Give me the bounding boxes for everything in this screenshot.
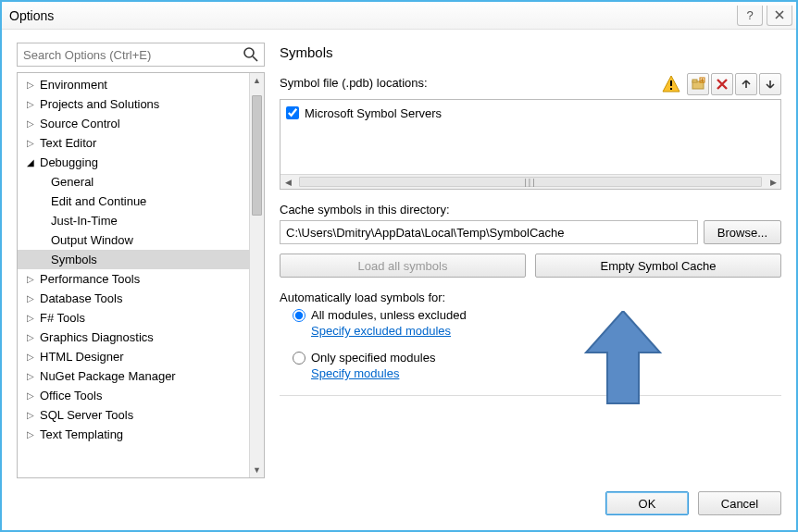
chevron-right-icon[interactable]: ▷ xyxy=(25,293,36,303)
chevron-right-icon[interactable]: ▷ xyxy=(25,332,36,342)
tree-item-database-tools[interactable]: ▷Database Tools xyxy=(18,289,249,308)
tree-item-symbols[interactable]: Symbols xyxy=(18,250,249,269)
chevron-right-icon[interactable]: ▷ xyxy=(25,138,36,148)
scroll-track[interactable] xyxy=(250,88,264,463)
chevron-right-icon[interactable]: ▷ xyxy=(25,429,36,439)
cache-path-input[interactable] xyxy=(280,220,698,244)
page-title: Symbols xyxy=(280,44,781,60)
search-input[interactable] xyxy=(17,43,265,67)
cancel-button[interactable]: Cancel xyxy=(698,491,781,515)
tree-item-label: Debugging xyxy=(40,155,98,169)
scroll-h-thumb[interactable]: ||| xyxy=(299,177,762,187)
titlebar: Options ? xyxy=(2,2,796,30)
tree-item-environment[interactable]: ▷Environment xyxy=(18,75,249,94)
tree-item-f-tools[interactable]: ▷F# Tools xyxy=(18,308,249,328)
tree-item-output-window[interactable]: Output Window xyxy=(18,230,249,250)
scroll-left-icon[interactable]: ◀ xyxy=(281,175,295,189)
radio-all-modules[interactable] xyxy=(293,309,305,322)
location-checkbox[interactable] xyxy=(286,106,299,119)
chevron-right-icon[interactable]: ▷ xyxy=(25,352,36,362)
arrow-up-icon xyxy=(741,79,752,90)
tree-item-edit-and-continue[interactable]: Edit and Continue xyxy=(18,192,249,211)
sidebar: ▷Environment▷Projects and Solutions▷Sour… xyxy=(17,43,265,478)
chevron-right-icon[interactable]: ▷ xyxy=(25,390,36,401)
tree-item-source-control[interactable]: ▷Source Control xyxy=(18,114,249,133)
scroll-up-icon[interactable]: ▲ xyxy=(250,73,264,88)
chevron-right-icon[interactable]: ▷ xyxy=(25,274,36,284)
tree-item-label: Text Editor xyxy=(40,136,96,150)
move-down-button[interactable] xyxy=(759,73,781,95)
help-button[interactable]: ? xyxy=(737,6,763,26)
add-folder-button[interactable] xyxy=(687,73,709,95)
scroll-right-icon[interactable]: ▶ xyxy=(766,175,780,189)
tree-list[interactable]: ▷Environment▷Projects and Solutions▷Sour… xyxy=(18,73,249,477)
svg-rect-4 xyxy=(670,88,672,90)
locations-scrollbar-h[interactable]: ◀ ||| ▶ xyxy=(281,174,780,189)
tree-item-sql-server-tools[interactable]: ▷SQL Server Tools xyxy=(18,405,249,425)
delete-x-icon xyxy=(716,78,729,91)
window-title: Options xyxy=(9,8,54,23)
tree-item-label: Symbols xyxy=(51,253,97,266)
tree-item-nuget-package-manager[interactable]: ▷NuGet Package Manager xyxy=(18,366,249,386)
tree-item-just-in-time[interactable]: Just-In-Time xyxy=(18,211,249,230)
location-item[interactable]: Microsoft Symbol Servers xyxy=(286,104,775,122)
tree-item-performance-tools[interactable]: ▷Performance Tools xyxy=(18,269,249,289)
tree-item-debugging[interactable]: ◢Debugging xyxy=(18,153,249,172)
radio-only-specified[interactable] xyxy=(293,352,305,365)
tree-item-text-templating[interactable]: ▷Text Templating xyxy=(18,425,249,444)
tree-item-label: Graphics Diagnostics xyxy=(40,330,154,344)
delete-button[interactable] xyxy=(711,73,733,95)
tree-item-html-designer[interactable]: ▷HTML Designer xyxy=(18,347,249,366)
ok-button[interactable]: OK xyxy=(605,491,689,515)
scroll-thumb[interactable] xyxy=(252,95,262,216)
tree-item-office-tools[interactable]: ▷Office Tools xyxy=(18,386,249,405)
tree-item-general[interactable]: General xyxy=(18,172,249,192)
tree-item-label: Projects and Solutions xyxy=(40,97,159,111)
close-button[interactable] xyxy=(767,6,792,26)
svg-point-0 xyxy=(244,48,254,57)
tree-item-projects-and-solutions[interactable]: ▷Projects and Solutions xyxy=(18,94,249,114)
search-icon xyxy=(243,46,259,63)
auto-load-label: Automatically load symbols for: xyxy=(280,291,781,304)
auto-load-section: Automatically load symbols for: All modu… xyxy=(280,291,781,380)
dialog-body: ▷Environment▷Projects and Solutions▷Sour… xyxy=(2,30,796,478)
locations-label: Symbol file (.pdb) locations: xyxy=(280,76,428,90)
chevron-right-icon[interactable]: ▷ xyxy=(25,118,36,129)
load-all-symbols-button[interactable]: Load all symbols xyxy=(280,254,526,278)
tree-item-label: Output Window xyxy=(51,233,133,247)
folder-icon xyxy=(691,77,705,92)
tree-item-graphics-diagnostics[interactable]: ▷Graphics Diagnostics xyxy=(18,328,249,347)
tree-item-label: Source Control xyxy=(40,117,120,130)
svg-rect-3 xyxy=(670,80,672,86)
specify-excluded-link[interactable]: Specify excluded modules xyxy=(311,324,451,338)
empty-symbol-cache-button[interactable]: Empty Symbol Cache xyxy=(535,254,781,278)
dialog-footer: OK Cancel xyxy=(2,478,796,530)
tree-item-label: Database Tools xyxy=(40,291,122,305)
scroll-down-icon[interactable]: ▼ xyxy=(250,463,264,477)
specify-modules-link[interactable]: Specify modules xyxy=(311,366,399,380)
scroll-h-track[interactable]: ||| xyxy=(295,175,766,189)
move-up-button[interactable] xyxy=(735,73,757,95)
tree-item-label: Environment xyxy=(40,78,107,92)
tree-item-label: General xyxy=(51,175,94,189)
tree-item-label: Text Templating xyxy=(40,427,123,441)
locations-header: Symbol file (.pdb) locations: xyxy=(280,73,781,95)
chevron-right-icon[interactable]: ▷ xyxy=(25,99,36,109)
svg-rect-6 xyxy=(692,80,697,82)
chevron-right-icon[interactable]: ▷ xyxy=(25,410,36,420)
chevron-right-icon[interactable]: ▷ xyxy=(25,313,36,323)
chevron-down-icon[interactable]: ◢ xyxy=(25,157,36,167)
location-label: Microsoft Symbol Servers xyxy=(305,106,442,120)
arrow-down-icon xyxy=(765,79,776,90)
tree-scrollbar[interactable]: ▲ ▼ xyxy=(249,73,264,477)
chevron-right-icon[interactable]: ▷ xyxy=(25,371,36,381)
svg-line-1 xyxy=(253,56,257,61)
tree-item-label: Performance Tools xyxy=(40,272,140,286)
tree-item-text-editor[interactable]: ▷Text Editor xyxy=(18,133,249,153)
tree-item-label: Just-In-Time xyxy=(51,214,118,228)
chevron-right-icon[interactable]: ▷ xyxy=(25,80,36,90)
footer-divider xyxy=(280,395,781,396)
locations-toolbar xyxy=(661,73,781,95)
browse-button[interactable]: Browse... xyxy=(704,220,781,244)
locations-list[interactable]: Microsoft Symbol Servers ◀ ||| ▶ xyxy=(280,99,781,190)
